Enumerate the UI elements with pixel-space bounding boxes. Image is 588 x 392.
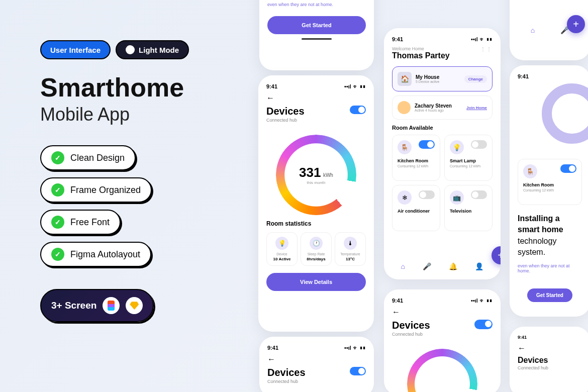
back-button[interactable]: ← bbox=[392, 308, 400, 317]
tag-lightmode: Light Mode bbox=[116, 40, 189, 59]
clock-icon: 🕐 bbox=[310, 237, 323, 250]
devices-toggle[interactable] bbox=[350, 367, 366, 375]
gauge-ring bbox=[407, 349, 477, 392]
back-button[interactable]: ← bbox=[518, 344, 526, 353]
devices-subtitle: Connected hub bbox=[266, 118, 305, 123]
house-icon: 🏠 bbox=[398, 72, 412, 86]
check-icon: ✓ bbox=[51, 183, 64, 197]
nav-home-icon[interactable]: ⌂ bbox=[531, 26, 535, 34]
status-icons: ••ıl ᯤ ▮▮ bbox=[344, 83, 366, 89]
sun-icon bbox=[126, 45, 135, 54]
nav-bell-icon[interactable]: 🔔 bbox=[449, 262, 457, 270]
screen-home: 9:41 ••ıl ᯤ ▮▮ Welcome Home Thomas Parte… bbox=[384, 28, 501, 279]
install-heading: Installing a smart home technology syste… bbox=[518, 213, 582, 258]
devices-title: Devices bbox=[267, 367, 306, 378]
join-home-link[interactable]: Join Home bbox=[466, 106, 487, 110]
feature-autolayout: ✓Figma Autolayout bbox=[40, 242, 151, 267]
screen-onboarding: 9:41 🪑 Kitchen Room Consuming 12 kWh Ins… bbox=[510, 65, 588, 317]
status-time: 9:41 bbox=[392, 298, 403, 304]
room-kitchen-card[interactable]: 🪑 Kitchen Room Consuming 12 kWh bbox=[518, 159, 582, 205]
add-fab[interactable]: + bbox=[567, 15, 585, 33]
devices-subtitle: Connected hub bbox=[518, 365, 582, 370]
room-grid: 🪑 Kitchen Room Consuming 12 kWh 💡 Smart … bbox=[392, 135, 493, 231]
stat-sleep[interactable]: 🕐 Sleep Rate 8hrs/days bbox=[301, 232, 332, 266]
room-ac[interactable]: ❄ Air conditioner bbox=[392, 185, 440, 231]
feature-organized: ✓Frame Organized bbox=[40, 177, 152, 203]
chair-icon: 🪑 bbox=[398, 140, 412, 154]
welcome-text: Welcome Home bbox=[392, 46, 450, 51]
get-started-button[interactable]: Get Started bbox=[267, 16, 366, 34]
room-tv[interactable]: 📺 Television bbox=[444, 185, 493, 231]
main-subtitle: Mobile App bbox=[40, 104, 251, 125]
status-time: 9:41 bbox=[518, 73, 529, 79]
lamp-icon: 💡 bbox=[275, 237, 288, 250]
status-bar: 9:41 bbox=[518, 73, 582, 79]
status-bar: 9:41 ••ıl ᯤ ▮▮ bbox=[392, 298, 493, 304]
status-icons: ••ıl ᯤ ▮▮ bbox=[344, 345, 366, 351]
back-button[interactable]: ← bbox=[267, 355, 275, 364]
screen-count-text: 3+ Screen bbox=[51, 300, 96, 311]
devices-toggle[interactable] bbox=[474, 320, 493, 329]
status-time: 9:41 bbox=[266, 83, 277, 89]
screen-devices-partial: 9:41 ••ıl ᯤ ▮▮ ← Devices Connected hub bbox=[384, 289, 501, 392]
status-time: 9:41 bbox=[267, 345, 278, 351]
marketing-panel: User Interface Light Mode Smarthome Mobi… bbox=[40, 40, 251, 322]
onboard-subtext: even when they are not at home. bbox=[518, 263, 582, 273]
room-toggle[interactable] bbox=[419, 190, 435, 199]
chair-icon: 🪑 bbox=[523, 164, 537, 178]
room-toggle[interactable] bbox=[471, 140, 487, 149]
screen-onboarding-partial: even when they are not at home. Get Star… bbox=[259, 0, 374, 70]
feature-font: ✓Free Font bbox=[40, 210, 121, 235]
home-indicator bbox=[302, 38, 332, 40]
check-icon: ✓ bbox=[51, 248, 64, 261]
screen-devices: 9:41 ••ıl ᯤ ▮▮ ← Devices Connected hub 3… bbox=[258, 75, 374, 332]
status-bar: 9:41 ••ıl ᯤ ▮▮ bbox=[392, 36, 493, 42]
devices-toggle[interactable] bbox=[350, 106, 366, 114]
nav-home-icon[interactable]: ⌂ bbox=[401, 262, 405, 270]
devices-title: Devices bbox=[518, 356, 582, 365]
room-available-title: Room Available bbox=[392, 125, 493, 131]
stats-row: 💡 Device 10 Active 🕐 Sleep Rate 8hrs/day… bbox=[266, 232, 366, 266]
room-toggle[interactable] bbox=[471, 190, 487, 199]
screen-devices-partial3: 9:41 ← Devices Connected hub bbox=[510, 327, 588, 392]
room-toggle[interactable] bbox=[419, 140, 435, 149]
room-lamp[interactable]: 💡 Smart Lamp Consuming 12 kWh bbox=[444, 135, 493, 181]
avatar bbox=[398, 101, 411, 114]
gauge-unit: kWh bbox=[323, 172, 333, 178]
screen-devices-partial2: 9:41 ••ıl ᯤ ▮▮ ← Devices Connected hub bbox=[259, 337, 374, 392]
tv-icon: 📺 bbox=[450, 190, 464, 205]
bottom-nav: ⌂ 🎤 🔔 👤 bbox=[392, 259, 493, 273]
sketch-icon bbox=[126, 297, 143, 314]
stat-temp[interactable]: 🌡 Temperature 13°C bbox=[335, 232, 366, 266]
stat-device[interactable]: 💡 Device 10 Active bbox=[266, 232, 298, 266]
main-title: Smarthome bbox=[40, 73, 251, 102]
devices-subtitle: Connected hub bbox=[392, 332, 430, 337]
feature-clean: ✓Clean Design bbox=[40, 145, 136, 170]
change-button[interactable]: Change bbox=[464, 75, 487, 83]
get-started-button[interactable]: Get Started bbox=[527, 288, 572, 302]
room-toggle[interactable] bbox=[560, 164, 576, 173]
room-kitchen[interactable]: 🪑 Kitchen Room Consuming 12 kWh bbox=[392, 135, 440, 181]
gauge-period: this month bbox=[299, 180, 333, 185]
screen-count-badge: 3+ Screen bbox=[40, 289, 154, 322]
check-icon: ✓ bbox=[51, 151, 64, 164]
screen-partial-rooms: Air conditioner Television ⌂ 🎤 + bbox=[510, 0, 588, 60]
figma-icon bbox=[103, 297, 120, 314]
add-fab[interactable]: + bbox=[492, 246, 501, 264]
gauge-illustration bbox=[542, 83, 588, 144]
status-time: 9:41 bbox=[392, 36, 403, 42]
back-button[interactable]: ← bbox=[266, 93, 274, 103]
nav-mic-icon[interactable]: 🎤 bbox=[423, 262, 431, 270]
nav-profile-icon[interactable]: 👤 bbox=[475, 262, 483, 270]
home-card-myhouse[interactable]: 🏠 My House 5 Device active Change bbox=[392, 66, 493, 91]
home-card-zachary[interactable]: Zachary Steven Active 4 hours ago Join H… bbox=[392, 95, 493, 120]
energy-gauge: 331 kWh this month bbox=[276, 135, 356, 215]
stats-title: Room statistics bbox=[266, 220, 366, 227]
view-details-button[interactable]: View Details bbox=[266, 273, 366, 291]
onboard-text: even when they are not at home. bbox=[267, 2, 366, 7]
tag-lightmode-text: Light Mode bbox=[139, 46, 179, 54]
energy-gauge bbox=[407, 349, 477, 392]
status-bar: 9:41 bbox=[518, 335, 582, 340]
room-ac-partial: Air conditioner bbox=[518, 0, 548, 23]
menu-dots-icon[interactable]: ⋮⋮ bbox=[480, 46, 493, 52]
